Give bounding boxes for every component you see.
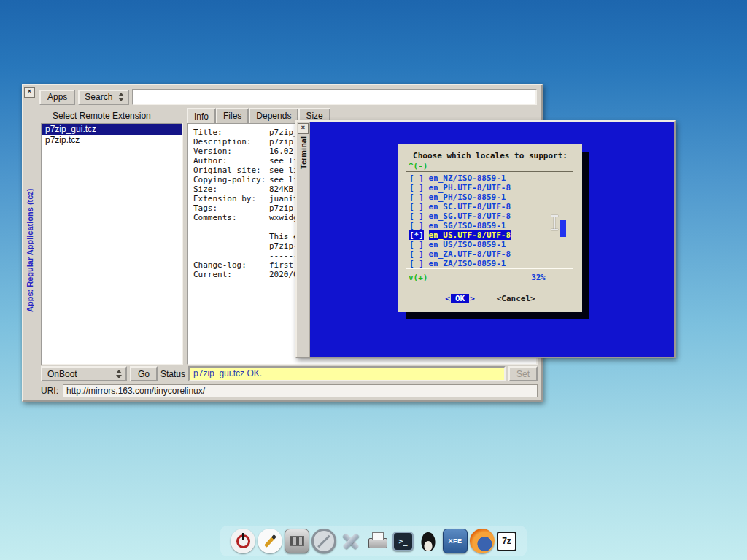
ok-right-arrow: > — [470, 294, 475, 303]
locale-item[interactable]: [*] en_US.UTF-8/UTF-8 — [409, 230, 573, 240]
terminal-window-title: Terminal — [299, 136, 308, 357]
terminal-icon[interactable] — [392, 532, 414, 551]
locale-item[interactable]: [ ] en_SC.UTF-8/UTF-8 — [409, 202, 573, 211]
locale-item[interactable]: [ ] en_NZ/ISO-8859-1 — [409, 174, 573, 183]
locale-item[interactable]: [ ] en_ZA.UTF-8/UTF-8 — [409, 249, 573, 259]
terminal-screen[interactable]: Choose which locales to support: ^(-) [ … — [310, 122, 674, 357]
xfe-icon[interactable]: XFE — [443, 529, 468, 553]
ok-left-arrow: < — [445, 294, 450, 303]
combo-arrows-icon[interactable] — [115, 369, 123, 379]
fan-icon[interactable] — [338, 529, 363, 553]
uri-field[interactable]: http://mirrors.163.com/tinycorelinux/ — [63, 384, 538, 397]
close-icon[interactable]: × — [298, 123, 309, 134]
screenshot-icon[interactable] — [311, 529, 336, 553]
scrollbar-thumb[interactable] — [560, 220, 566, 237]
cancel-button[interactable]: <Cancel> — [497, 294, 535, 303]
tab-info[interactable]: Info — [187, 108, 216, 123]
scroll-percent: 32% — [531, 273, 546, 282]
onboot-combo[interactable]: OnBoot — [41, 366, 127, 381]
uri-bar: URI: http://mirrors.163.com/tinycorelinu… — [41, 384, 538, 398]
scroll-down-indicator: v(+) — [409, 273, 428, 282]
locale-item[interactable]: [ ] en_SG.UTF-8/UTF-8 — [409, 211, 573, 221]
combo-arrows-icon[interactable] — [117, 92, 125, 102]
locale-item[interactable]: [ ] en_US/ISO-8859-1 — [409, 240, 573, 249]
go-button[interactable]: Go — [130, 366, 158, 381]
ok-button-label: OK — [451, 294, 469, 303]
locale-item[interactable]: [ ] en_ZA/ISO-8859-1 — [409, 259, 573, 268]
terminal-window-titlebar[interactable]: × Terminal — [297, 122, 310, 357]
apps-window-title: Apps: Regular Applications (tcz) — [26, 100, 34, 400]
firefox-icon[interactable] — [470, 529, 495, 553]
close-icon[interactable]: × — [24, 87, 35, 98]
tux-icon[interactable] — [416, 529, 441, 553]
apps-menu-button[interactable]: Apps — [39, 90, 75, 105]
control-panel-icon[interactable] — [285, 529, 309, 553]
search-combo-label: Search — [85, 92, 112, 102]
extension-list[interactable]: p7zip_gui.tczp7zip.tcz — [41, 122, 183, 365]
tab-depends[interactable]: Depends — [249, 108, 298, 122]
locale-item[interactable]: [ ] en_SG/ISO-8859-1 — [409, 221, 573, 230]
bottom-bar: OnBoot Go Status p7zip_gui.tcz OK. Set — [41, 366, 538, 381]
print-icon[interactable] — [365, 529, 390, 553]
exit-icon[interactable] — [231, 529, 255, 553]
terminal-window: × Terminal Choose which locales to suppo… — [295, 120, 676, 358]
apps-toolbar: Apps Search — [39, 89, 537, 105]
onboot-combo-label: OnBoot — [47, 369, 77, 379]
list-item[interactable]: p7zip.tcz — [42, 135, 182, 146]
text-cursor-icon — [551, 215, 559, 230]
status-field: p7zip_gui.tcz OK. — [188, 366, 506, 381]
search-input[interactable] — [132, 89, 537, 105]
section-label: Select Remote Extension — [53, 111, 151, 121]
set-button[interactable]: Set — [508, 366, 538, 381]
sevenzip-icon[interactable]: 7z — [497, 532, 516, 551]
scroll-up-indicator: ^(-) — [409, 161, 428, 171]
dock: XFE7z — [220, 526, 527, 556]
ok-button[interactable]: <OK> — [445, 294, 475, 303]
locale-list[interactable]: [ ] en_NZ/ISO-8859-1[ ] en_PH.UTF-8/UTF-… — [406, 171, 573, 269]
apps-window-titlebar[interactable]: × Apps: Regular Applications (tcz) — [23, 85, 36, 400]
uri-label: URI: — [41, 386, 58, 396]
list-item[interactable]: p7zip_gui.tcz — [42, 124, 182, 135]
paint-icon[interactable] — [258, 529, 282, 553]
tab-files[interactable]: Files — [216, 108, 249, 122]
locale-item[interactable]: [ ] en_PH/ISO-8859-1 — [409, 192, 573, 202]
search-combo[interactable]: Search — [78, 90, 129, 105]
dialog-buttons: <OK> <Cancel> — [398, 294, 582, 303]
locale-item[interactable]: [ ] en_PH.UTF-8/UTF-8 — [409, 183, 573, 192]
dialog-title: Choose which locales to support: — [398, 151, 582, 160]
status-label: Status — [160, 369, 185, 379]
